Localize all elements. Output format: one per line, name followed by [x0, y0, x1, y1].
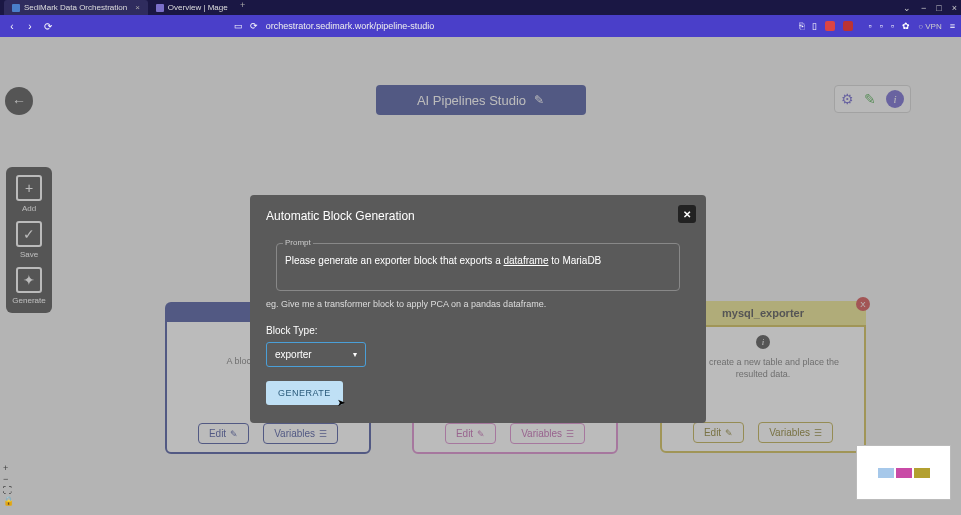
url-text: orchestrator.sedimark.work/pipeline-stud…	[266, 21, 435, 31]
tab-favicon	[156, 4, 164, 12]
prompt-field-label: Prompt	[283, 238, 313, 247]
prompt-input[interactable]: Prompt Please generate an exporter block…	[276, 243, 680, 291]
zoom-in-button[interactable]: +	[3, 463, 14, 474]
vpn-indicator[interactable]: ○ VPN	[918, 22, 942, 31]
url-field[interactable]: ▭ ⟳ orchestrator.sedimark.work/pipeline-…	[234, 21, 793, 31]
restore-icon[interactable]: −	[921, 3, 926, 13]
addr-right-icons: ⎘ ▯ ▫ ▫ ▫ ✿ ○ VPN ≡	[799, 21, 955, 31]
menu-icon[interactable]: ≡	[950, 21, 955, 31]
reload-icon: ⟳	[250, 21, 260, 31]
nav-forward-icon[interactable]: ›	[24, 21, 36, 32]
lock-view-button[interactable]: 🔒	[3, 496, 14, 507]
generate-button[interactable]: GENERATE ➤	[266, 381, 343, 405]
extension-icon[interactable]: ▫	[891, 21, 894, 31]
tab-favicon	[12, 4, 20, 12]
extension-icon[interactable]: ✿	[902, 21, 910, 31]
tab-label: SediMark Data Orchestration	[24, 3, 127, 12]
zoom-out-button[interactable]: −	[3, 474, 14, 485]
modal-title: Automatic Block Generation	[266, 209, 690, 223]
nav-reload-icon[interactable]: ⟳	[42, 21, 54, 32]
prompt-text: Please generate an exporter block that e…	[285, 255, 601, 266]
chevron-down-icon: ▾	[353, 350, 357, 359]
maximize-icon[interactable]: □	[936, 3, 941, 13]
translate-icon[interactable]: ⎘	[799, 21, 804, 31]
tab-close-icon[interactable]: ×	[135, 3, 140, 12]
generation-modal: ✕ Automatic Block Generation Prompt Plea…	[250, 195, 706, 423]
extension-icon[interactable]: ▫	[880, 21, 883, 31]
shield-icon[interactable]	[825, 21, 835, 31]
browser-titlebar: SediMark Data Orchestration × Overview |…	[0, 0, 961, 15]
minimap-block	[896, 468, 912, 478]
new-tab-button[interactable]: +	[236, 0, 250, 15]
tab-label: Overview | Mage	[168, 3, 228, 12]
block-type-label: Block Type:	[266, 325, 690, 336]
zoom-controls: + − ⛶ 🔒	[3, 463, 14, 507]
minimap[interactable]	[856, 445, 951, 500]
browser-tab[interactable]: Overview | Mage	[148, 0, 236, 15]
warning-icon[interactable]	[843, 21, 853, 31]
prompt-example: eg. Give me a transformer block to apply…	[266, 299, 690, 309]
cursor-icon: ➤	[337, 397, 346, 408]
minimap-block	[878, 468, 894, 478]
reader-icon[interactable]: ▯	[812, 21, 817, 31]
tab-strip: SediMark Data Orchestration × Overview |…	[4, 0, 903, 15]
page-icon: ▭	[234, 21, 244, 31]
minimize-icon[interactable]: ⌄	[903, 3, 911, 13]
browser-tab-active[interactable]: SediMark Data Orchestration ×	[4, 0, 148, 15]
fit-view-button[interactable]: ⛶	[3, 485, 14, 496]
close-window-icon[interactable]: ×	[952, 3, 957, 13]
block-type-select[interactable]: exporter ▾	[266, 342, 366, 367]
minimap-block	[914, 468, 930, 478]
window-controls: ⌄ − □ ×	[903, 3, 957, 13]
modal-close-button[interactable]: ✕	[678, 205, 696, 223]
canvas-area[interactable]: ← AI Pipelines Studio ✎ ⚙ ✎ i + Add ✓ Sa…	[0, 37, 961, 515]
address-bar: ‹ › ⟳ ▭ ⟳ orchestrator.sedimark.work/pip…	[0, 15, 961, 37]
extension-icon[interactable]: ▫	[869, 21, 872, 31]
nav-back-icon[interactable]: ‹	[6, 21, 18, 32]
select-value: exporter	[275, 349, 312, 360]
